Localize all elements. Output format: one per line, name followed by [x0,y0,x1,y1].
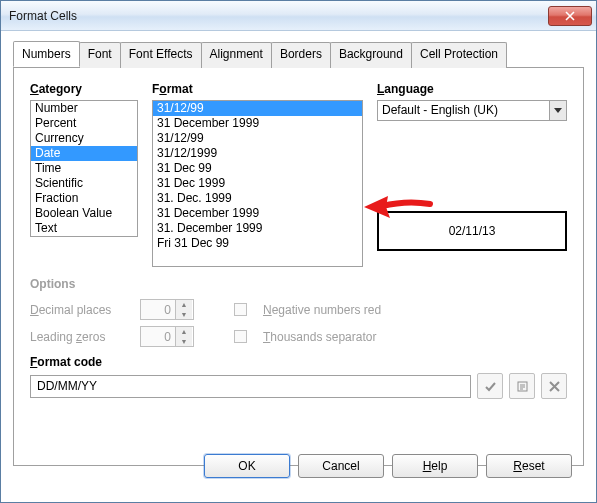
preview-value: 02/11/13 [449,224,496,238]
format-item[interactable]: 31 Dec 1999 [153,176,362,191]
negative-red-label: Negative numbers red [263,303,381,317]
thousands-label: Thousands separator [263,330,376,344]
decimal-places-spinner[interactable]: ▲▼ [140,299,194,320]
preview-box: 02/11/13 [377,211,567,251]
spin-down-icon[interactable]: ▼ [176,310,192,320]
format-item[interactable]: 31/12/99 [153,131,362,146]
tab-panel-numbers: Category Number Percent Currency Date Ti… [13,68,584,466]
options-label: Options [30,277,567,291]
reset-button[interactable]: Reset [486,454,572,478]
tab-alignment[interactable]: Alignment [201,42,272,68]
dialog-button-row: OK Cancel Help Reset [204,454,572,478]
leading-zeros-input[interactable] [141,327,175,346]
language-label: Language [377,82,567,96]
format-label: Format [152,82,363,96]
category-item[interactable]: Scientific [31,176,137,191]
help-button[interactable]: Help [392,454,478,478]
dialog-body: Numbers Font Font Effects Alignment Bord… [13,41,584,490]
tab-cell-protection[interactable]: Cell Protection [411,42,507,68]
titlebar[interactable]: Format Cells [1,1,596,31]
tab-borders[interactable]: Borders [271,42,331,68]
format-item[interactable]: 31 December 1999 [153,116,362,131]
category-item[interactable]: Percent [31,116,137,131]
cancel-button[interactable]: Cancel [298,454,384,478]
check-icon [484,380,497,393]
format-item[interactable]: 31 Dec 99 [153,161,362,176]
spin-up-icon[interactable]: ▲ [176,327,192,337]
format-code-input[interactable] [30,375,471,398]
tab-font[interactable]: Font [79,42,121,68]
dropdown-button[interactable] [549,101,566,120]
edit-comment-button[interactable] [509,373,535,399]
category-item[interactable]: Currency [31,131,137,146]
note-icon [516,380,529,393]
close-button[interactable] [548,6,592,26]
format-item[interactable]: 31 December 1999 [153,206,362,221]
decimal-places-input[interactable] [141,300,175,319]
format-listbox[interactable]: 31/12/99 31 December 1999 31/12/99 31/12… [152,100,363,267]
category-item[interactable]: Boolean Value [31,206,137,221]
language-value: Default - English (UK) [378,101,549,120]
format-item[interactable]: 31/12/99 [153,101,362,116]
format-item[interactable]: Fri 31 Dec 99 [153,236,362,251]
category-item[interactable]: Time [31,161,137,176]
chevron-down-icon [554,108,562,114]
leading-zeros-label: Leading zeros [30,330,130,344]
format-item[interactable]: 31. December 1999 [153,221,362,236]
format-item[interactable]: 31. Dec. 1999 [153,191,362,206]
tab-numbers[interactable]: Numbers [13,41,80,67]
spin-down-icon[interactable]: ▼ [176,337,192,347]
window-title: Format Cells [9,9,548,23]
negative-red-checkbox[interactable] [234,303,247,316]
format-cells-dialog: Format Cells Numbers Font Font Effects A… [0,0,597,503]
tab-strip: Numbers Font Font Effects Alignment Bord… [13,41,584,68]
format-code-label: Format code [30,355,567,369]
ok-button[interactable]: OK [204,454,290,478]
tab-background[interactable]: Background [330,42,412,68]
category-listbox[interactable]: Number Percent Currency Date Time Scient… [30,100,138,237]
remove-format-button[interactable] [541,373,567,399]
category-item[interactable]: Text [31,221,137,236]
category-label: Category [30,82,138,96]
format-item[interactable] [153,251,362,266]
language-combobox[interactable]: Default - English (UK) [377,100,567,121]
close-icon [565,11,575,21]
category-item[interactable]: Number [31,101,137,116]
thousands-checkbox[interactable] [234,330,247,343]
category-item[interactable]: Fraction [31,191,137,206]
category-item[interactable]: Date [31,146,137,161]
leading-zeros-spinner[interactable]: ▲▼ [140,326,194,347]
format-item[interactable]: 31/12/1999 [153,146,362,161]
decimal-places-label: Decimal places [30,303,130,317]
apply-format-button[interactable] [477,373,503,399]
spin-up-icon[interactable]: ▲ [176,300,192,310]
tab-font-effects[interactable]: Font Effects [120,42,202,68]
x-icon [549,381,560,392]
